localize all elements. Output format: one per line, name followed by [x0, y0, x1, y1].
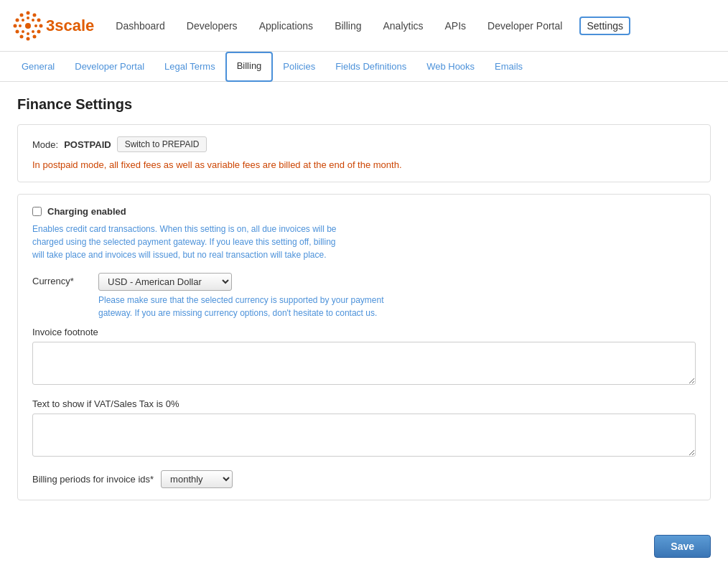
invoice-footnote-textarea[interactable] — [32, 342, 696, 385]
svg-point-19 — [22, 19, 24, 22]
switch-to-prepaid-button[interactable]: Switch to PREPAID — [117, 136, 207, 152]
svg-point-5 — [33, 34, 37, 38]
subnav-web-hooks[interactable]: Web Hooks — [416, 52, 485, 82]
vat-label: Text to show if VAT/Sales Tax is 0% — [32, 398, 696, 409]
invoice-footnote-label: Invoice footnote — [32, 327, 696, 337]
page-title: Finance Settings — [17, 96, 711, 113]
svg-point-15 — [32, 30, 34, 33]
svg-point-8 — [16, 29, 19, 33]
subnav-developer-portal[interactable]: Developer Portal — [65, 52, 154, 82]
nav-developers[interactable]: Developers — [182, 17, 242, 34]
nav-applications[interactable]: Applications — [255, 17, 318, 34]
mode-info-text: In postpaid mode, all fixed fees as well… — [32, 159, 696, 170]
svg-point-0 — [27, 11, 30, 14]
mode-section: Mode: POSTPAID Switch to PREPAID In post… — [17, 124, 711, 182]
nav-billing-top[interactable]: Billing — [330, 17, 365, 34]
nav-developer-portal-top[interactable]: Developer Portal — [483, 17, 566, 34]
save-area: Save — [0, 526, 728, 565]
currency-select[interactable]: USD - American Dollar EUR - Euro GBP - B… — [98, 273, 232, 291]
charging-enabled-row: Charging enabled — [32, 206, 696, 217]
svg-point-4 — [37, 29, 41, 33]
top-nav-links: Dashboard Developers Applications Billin… — [111, 17, 717, 35]
page-content: Finance Settings Mode: POSTPAID Switch t… — [0, 82, 728, 526]
svg-point-10 — [16, 18, 19, 22]
svg-point-9 — [14, 24, 17, 27]
svg-point-18 — [19, 24, 22, 27]
nav-settings[interactable]: Settings — [579, 17, 630, 35]
nav-dashboard[interactable]: Dashboard — [111, 17, 169, 34]
billing-period-row: Billing periods for invoice ids* monthly… — [32, 470, 696, 488]
subnav-legal-terms[interactable]: Legal Terms — [154, 52, 225, 82]
svg-point-20 — [25, 23, 31, 29]
svg-point-13 — [32, 19, 34, 22]
invoice-footnote-group: Invoice footnote — [32, 327, 696, 387]
subnav-emails[interactable]: Emails — [485, 52, 533, 82]
subnav-fields-definitions[interactable]: Fields Definitions — [325, 52, 416, 82]
charging-enabled-label: Charging enabled — [47, 206, 126, 217]
logo-icon — [11, 9, 45, 42]
save-button[interactable]: Save — [654, 535, 711, 558]
mode-row: Mode: POSTPAID Switch to PREPAID — [32, 136, 696, 152]
svg-point-2 — [37, 18, 41, 22]
sub-navigation: General Developer Portal Legal Terms Bil… — [0, 52, 728, 82]
mode-value: POSTPAID — [64, 139, 111, 150]
nav-apis[interactable]: APIs — [441, 17, 471, 34]
svg-point-17 — [22, 30, 24, 33]
charging-description: Enables credit card transactions. When t… — [32, 223, 348, 261]
mode-text: Mode: — [32, 139, 58, 150]
svg-point-7 — [20, 34, 24, 38]
currency-description: Please make sure that the selected curre… — [98, 294, 414, 319]
subnav-policies[interactable]: Policies — [273, 52, 325, 82]
subnav-general[interactable]: General — [11, 52, 65, 82]
brand-name: 3scale — [46, 17, 94, 35]
svg-point-3 — [39, 24, 43, 27]
svg-point-16 — [27, 32, 29, 35]
svg-point-1 — [33, 13, 37, 17]
billing-period-select[interactable]: monthly yearly — [161, 470, 233, 488]
currency-label: Currency* — [32, 273, 90, 286]
logo: 3scale — [11, 9, 94, 42]
nav-analytics[interactable]: Analytics — [378, 17, 427, 34]
billing-period-label: Billing periods for invoice ids* — [32, 474, 154, 485]
currency-row: Currency* USD - American Dollar EUR - Eu… — [32, 273, 696, 319]
vat-textarea[interactable] — [32, 414, 696, 457]
subnav-billing[interactable]: Billing — [225, 52, 274, 82]
svg-point-6 — [27, 37, 30, 40]
svg-point-11 — [20, 13, 24, 17]
charging-section: Charging enabled Enables credit card tra… — [17, 194, 711, 500]
charging-enabled-checkbox[interactable] — [32, 207, 42, 216]
svg-point-12 — [27, 17, 29, 19]
top-navigation: 3scale Dashboard Developers Applications… — [0, 0, 728, 52]
svg-point-14 — [34, 24, 37, 27]
currency-field-group: USD - American Dollar EUR - Euro GBP - B… — [98, 273, 414, 319]
vat-group: Text to show if VAT/Sales Tax is 0% — [32, 398, 696, 459]
